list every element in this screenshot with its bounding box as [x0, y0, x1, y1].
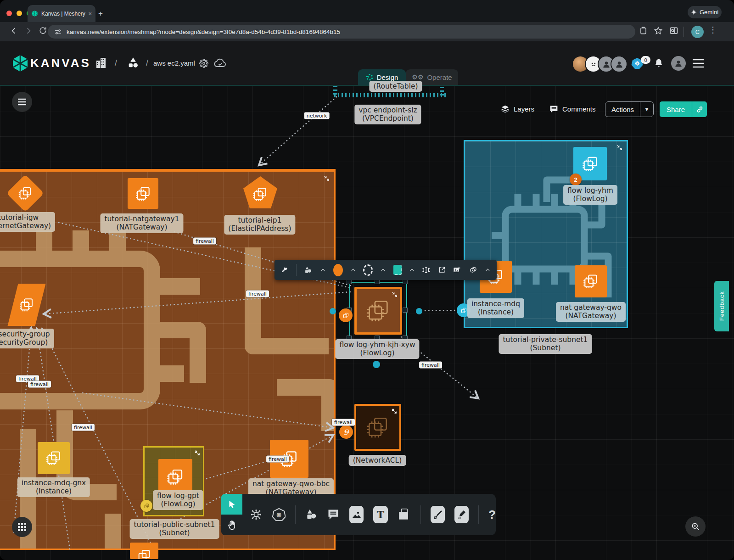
- node-label-eip1[interactable]: tutorial-eip1(ElasticIPAddress): [224, 215, 295, 235]
- chevron-up-icon[interactable]: [409, 268, 415, 272]
- collapse-icon[interactable]: [324, 175, 330, 181]
- kubernetes-tool-icon[interactable]: ☸: [272, 506, 286, 523]
- node-label-vpcendpoint[interactable]: vpc endpoint-slz(VPCEndpoint): [354, 105, 421, 124]
- back-button[interactable]: [9, 26, 18, 35]
- edge-pen-dock-icon[interactable]: [431, 506, 445, 523]
- design-file-name[interactable]: aws ec2.yaml: [153, 59, 195, 67]
- node-label-natgw-qwo[interactable]: nat gateway-qwo(NATGateway): [556, 302, 626, 322]
- organization-icon[interactable]: [95, 57, 106, 69]
- chevron-up-icon[interactable]: [320, 268, 325, 272]
- add-image-icon[interactable]: [453, 265, 461, 274]
- comments-button[interactable]: Comments: [549, 104, 596, 114]
- collapse-icon[interactable]: [194, 450, 200, 456]
- node-label-igw[interactable]: tutorial-igw(InternetGateway): [0, 212, 55, 232]
- rename-icon[interactable]: [422, 265, 431, 274]
- bookmark-star-icon[interactable]: [654, 26, 663, 35]
- node-partial-bottom[interactable]: [130, 543, 158, 559]
- layers-button[interactable]: Layers: [500, 104, 534, 114]
- address-bar[interactable]: kanvas.new/extension/meshmap?mode=design…: [48, 25, 635, 39]
- collaborator-avatar-4[interactable]: [611, 56, 628, 73]
- browser-menu-icon[interactable]: ⋮: [709, 25, 717, 35]
- collapse-icon[interactable]: [391, 408, 397, 414]
- side-panel-search-icon[interactable]: [669, 26, 678, 35]
- meshery-operator-icon[interactable]: [198, 58, 209, 69]
- close-window-button[interactable]: [6, 11, 12, 16]
- apps-grid-button[interactable]: [12, 517, 32, 537]
- kanvas-logo[interactable]: [11, 54, 29, 73]
- tools-wrench-icon[interactable]: [281, 265, 288, 274]
- node-nat-gateway-1[interactable]: [128, 178, 158, 209]
- node-flow-log-gpt[interactable]: [158, 459, 192, 495]
- tab-close-icon[interactable]: ×: [88, 10, 92, 17]
- help-dock-icon[interactable]: ?: [488, 508, 496, 522]
- actions-dropdown-caret[interactable]: ▼: [640, 106, 653, 112]
- site-settings-icon[interactable]: [54, 28, 62, 36]
- node-label-flowlog-gpt[interactable]: flow log-gpt(FlowLog): [153, 490, 203, 510]
- chevron-up-icon[interactable]: [351, 268, 356, 272]
- zoom-button[interactable]: [685, 516, 706, 537]
- fill-color-swatch[interactable]: [333, 264, 343, 276]
- connection-dot[interactable]: [330, 308, 336, 314]
- edge-label-firewall: firewall: [28, 381, 51, 388]
- gemini-button[interactable]: Gemini: [688, 6, 722, 18]
- app-menu-icon[interactable]: [692, 58, 704, 68]
- edge-badge-icon[interactable]: [339, 425, 353, 439]
- node-label-flowlog-kjh[interactable]: flow log-yhm-kjh-xyw(FlowLog): [335, 339, 419, 359]
- meshery-favicon: [31, 10, 38, 17]
- collapse-icon[interactable]: [616, 145, 622, 151]
- actions-button[interactable]: Actions ▼: [605, 101, 654, 117]
- new-tab-button[interactable]: +: [98, 9, 103, 18]
- shapes-dock-icon[interactable]: [305, 508, 317, 521]
- canvas-menu-button[interactable]: [12, 92, 32, 112]
- note-dock-icon[interactable]: [398, 507, 411, 522]
- open-in-new-icon[interactable]: [438, 265, 446, 274]
- node-label-flowlog-yhm[interactable]: flow log-yhm(FlowLog): [563, 185, 617, 205]
- select-tool-button[interactable]: [221, 494, 242, 515]
- resize-handle[interactable]: [403, 308, 408, 313]
- border-style-swatch[interactable]: [363, 264, 373, 276]
- node-label-instance-gnx[interactable]: instance-mdq-gnx(Instance): [17, 477, 90, 497]
- user-avatar[interactable]: [671, 56, 686, 71]
- shapes-tool-icon[interactable]: [304, 265, 313, 275]
- workspace-shapes-icon[interactable]: [127, 56, 140, 69]
- node-network-acl[interactable]: [354, 404, 401, 451]
- edge-label-firewall: firewall: [419, 362, 442, 369]
- cloud-sync-icon[interactable]: [214, 57, 227, 69]
- node-label-instance-mdq[interactable]: instance-mdq(Instance): [467, 298, 524, 318]
- node-instance-gnx[interactable]: [38, 442, 70, 474]
- edge-badge-icon[interactable]: [140, 500, 152, 512]
- magnifier-plus-icon: [691, 522, 700, 531]
- node-nat-gateway-qwo[interactable]: [575, 265, 607, 297]
- feedback-tab[interactable]: Feedback: [714, 281, 729, 331]
- profile-avatar[interactable]: C: [691, 26, 704, 38]
- shape-preview-swatch[interactable]: [393, 265, 402, 275]
- notifications-bell-icon[interactable]: [654, 58, 664, 69]
- save-icon[interactable]: [639, 26, 648, 35]
- copy-link-icon[interactable]: [692, 106, 707, 113]
- node-label-securitygroup[interactable]: al-security-group(SecurityGroup): [0, 329, 54, 348]
- freehand-pencil-dock-icon[interactable]: [454, 506, 469, 523]
- components-tool-icon[interactable]: [250, 507, 263, 522]
- node-label-public-subnet[interactable]: tutorial-public-subnet1(Subnet): [130, 519, 219, 539]
- pan-tool-button[interactable]: [221, 515, 242, 535]
- text-dock-icon[interactable]: T: [373, 506, 387, 523]
- operate-gears-icon: ⚙⚙: [412, 73, 423, 81]
- collaborator-avatars[interactable]: [572, 56, 628, 73]
- reload-button[interactable]: [39, 26, 47, 35]
- group-tool-icon[interactable]: [469, 265, 478, 274]
- node-label-networkacl[interactable]: (NetworkACL): [349, 455, 406, 466]
- comment-dock-icon[interactable]: [327, 507, 340, 522]
- edge-badge-icon[interactable]: [339, 308, 353, 322]
- node-label-routetable[interactable]: (RouteTable): [369, 81, 422, 92]
- node-label-private-subnet[interactable]: tutorial-private-subnet1(Subnet): [499, 334, 592, 354]
- chevron-up-icon[interactable]: [485, 268, 490, 272]
- minimize-window-button[interactable]: [17, 11, 22, 16]
- chevron-up-icon[interactable]: [381, 268, 386, 272]
- node-label-natgateway1[interactable]: tutorial-natgateway1(NATGateway): [100, 213, 183, 233]
- share-button[interactable]: Share: [660, 101, 707, 117]
- connection-dot[interactable]: [416, 308, 422, 314]
- browser-tab[interactable]: Kanvas | Meshery ×: [28, 5, 95, 22]
- connection-dot[interactable]: [373, 361, 380, 368]
- forward-button[interactable]: [24, 26, 33, 35]
- image-dock-icon[interactable]: [349, 506, 364, 523]
